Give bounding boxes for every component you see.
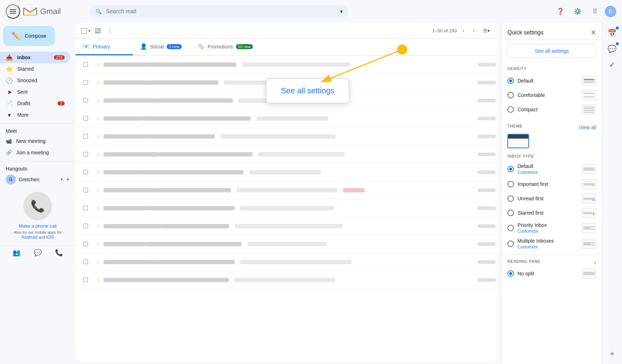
email-row[interactable]: ☆ [75, 235, 498, 253]
search-options-icon[interactable]: ▾ [340, 9, 343, 14]
inbox-priority-label: Priority Inbox [517, 222, 578, 228]
select-all-checkbox[interactable] [81, 28, 87, 34]
inbox-important-option[interactable]: Important first ⊳ [507, 177, 596, 191]
inbox-priority-preview [582, 223, 596, 233]
inbox-starred-radio[interactable] [507, 210, 514, 216]
view-options-button[interactable]: ☰▾ [480, 26, 493, 36]
email-row[interactable]: ☆ [75, 181, 498, 199]
prev-page-button[interactable]: ‹ [460, 26, 467, 36]
email-star[interactable]: ☆ [93, 62, 103, 67]
email-row[interactable]: ☆ [75, 271, 498, 289]
density-comfortable-radio[interactable] [507, 92, 514, 98]
inbox-multiple-customize[interactable]: Customize [517, 244, 578, 249]
inbox-multiple-option[interactable]: Multiple Inboxes Customize [507, 236, 596, 252]
compose-button[interactable]: ✏️ Compose [3, 26, 55, 46]
avatar[interactable]: G [605, 6, 616, 17]
chat-icon[interactable]: 💬 [34, 249, 42, 257]
email-row[interactable]: ☆ [75, 199, 498, 217]
tab-primary[interactable]: 📧 Primary [75, 39, 133, 55]
sidebar-item-starred[interactable]: ⭐ Starred [0, 63, 70, 75]
qs-close-button[interactable]: ✕ [591, 29, 596, 37]
inbox-starred-label: Starred first [517, 210, 578, 216]
email-row[interactable]: ☆ [75, 74, 498, 92]
meet-badge [616, 27, 619, 29]
inbox-default-customize[interactable]: Customize [517, 170, 578, 175]
refresh-button[interactable]: 🔄 [92, 26, 103, 36]
inbox-multiple-radio[interactable] [507, 241, 514, 247]
email-row[interactable]: ☆ [75, 217, 498, 235]
density-default-preview [582, 76, 596, 86]
sidebar-item-more[interactable]: ▾ More [0, 109, 70, 121]
chat-side-icon[interactable]: 💬 [605, 42, 619, 56]
apps-button[interactable]: ⠿ [588, 4, 602, 19]
ios-link[interactable]: iOS [46, 234, 54, 240]
inbox-unread-option[interactable]: Unread first ✉ [507, 191, 596, 206]
email-toolbar: ▾ 🔄 ⋮ 1–50 of 293 ‹ › ☰▾ [75, 23, 498, 39]
email-row[interactable]: ☆ [75, 145, 498, 163]
inbox-default-option[interactable]: Default Customize [507, 161, 596, 177]
settings-button[interactable]: ⚙️ [570, 4, 585, 19]
meet-side-icon[interactable]: 📅 [605, 26, 619, 40]
search-bar[interactable]: 🔍 ▾ [90, 5, 348, 18]
android-link[interactable]: Android [22, 234, 38, 240]
email-row[interactable]: ☆ [75, 109, 498, 127]
select-dropdown-icon[interactable]: ▾ [88, 28, 90, 33]
sidebar: ✏️ Compose 📥 Inbox 279 ⭐ Starred 🕐 Snooz… [0, 23, 75, 364]
pagination-info: 1–50 of 293 ‹ › ☰▾ [432, 26, 493, 36]
sidebar-item-new-meeting[interactable]: 📹 New meeting [0, 135, 75, 147]
join-meeting-label: Join a meeting [16, 150, 49, 155]
call-icon[interactable]: 📞 [55, 249, 63, 257]
density-compact-radio[interactable] [507, 106, 514, 113]
density-default-radio[interactable] [507, 78, 514, 84]
inbox-unread-radio[interactable] [507, 195, 514, 202]
tab-social[interactable]: 👤 Social 3 new [133, 39, 190, 55]
inbox-priority-radio[interactable] [507, 225, 514, 231]
inbox-priority-option[interactable]: Priority Inbox Customize [507, 220, 596, 236]
email-row[interactable]: ☆ [75, 92, 498, 109]
inbox-default-radio[interactable] [507, 166, 514, 172]
view-all-themes-button[interactable]: View all [579, 125, 596, 130]
drafts-icon: 📄 [6, 100, 13, 107]
snoozed-icon: 🕐 [6, 77, 13, 84]
inbox-starred-option[interactable]: Starred first ★ [507, 206, 596, 220]
make-phone-call-link[interactable]: Make a phone call [19, 223, 57, 229]
density-default-option[interactable]: Default [507, 74, 596, 88]
tab-promotions[interactable]: 🏷️ Promotions 50 new [190, 39, 260, 55]
email-check[interactable] [78, 62, 93, 67]
no-split-option[interactable]: No split [507, 266, 596, 281]
reading-pane-expand-icon[interactable]: › [594, 260, 596, 266]
chat-badge [616, 42, 619, 45]
search-input[interactable] [106, 8, 336, 15]
inbox-priority-customize[interactable]: Customize [517, 229, 578, 234]
sidebar-item-sent[interactable]: ➤ Sent [0, 86, 70, 98]
sidebar-item-inbox[interactable]: 📥 Inbox 279 [0, 52, 70, 63]
sidebar-item-drafts[interactable]: 📄 Drafts 3 [0, 98, 70, 109]
sidebar-item-snoozed[interactable]: 🕐 Snoozed [0, 75, 70, 86]
next-page-button[interactable]: › [470, 26, 477, 36]
nav-divider-2 [0, 161, 75, 162]
see-all-settings-button[interactable]: See all settings [507, 44, 596, 58]
more-options-button[interactable]: ⋮ [105, 26, 115, 36]
new-meeting-label: New meeting [16, 138, 46, 144]
inbox-starred-preview: ★ [582, 208, 596, 218]
topbar-left: Gmail [6, 4, 81, 19]
email-row[interactable]: ☆ [75, 253, 498, 271]
help-button[interactable]: ❓ [553, 4, 567, 19]
add-hangout-icon[interactable]: + [66, 176, 70, 183]
tasks-side-icon[interactable]: ✓ [605, 57, 619, 72]
inbox-important-radio[interactable] [507, 181, 514, 187]
theme-thumbnail[interactable] [507, 134, 529, 148]
hangout-gretchen[interactable]: G Gretchen ▾ + [0, 173, 75, 186]
email-row[interactable]: ☆ [75, 56, 498, 74]
density-compact-option[interactable]: Compact [507, 102, 596, 117]
sidebar-item-join-meeting[interactable]: 🔗 Join a meeting [0, 147, 75, 158]
more-icon: ▾ [6, 112, 13, 118]
people-icon[interactable]: 👥 [13, 249, 20, 257]
density-comfortable-option[interactable]: Comfortable [507, 88, 596, 102]
menu-button[interactable] [6, 4, 20, 19]
phone-icon: 📞 [31, 199, 45, 213]
email-row[interactable]: ☆ [75, 127, 498, 145]
no-split-radio[interactable] [507, 270, 514, 277]
add-side-app-button[interactable]: + [605, 347, 619, 361]
email-row[interactable]: ☆ [75, 163, 498, 181]
